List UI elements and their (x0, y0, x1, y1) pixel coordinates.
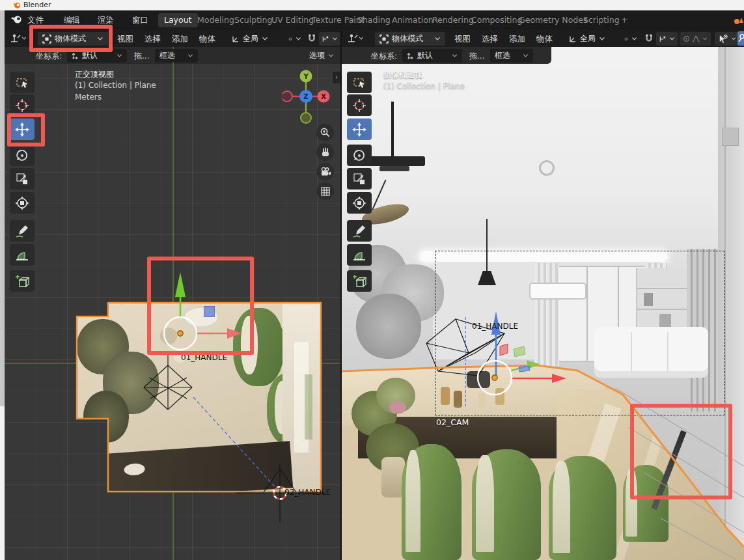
annotation-box-gizmo (147, 257, 254, 355)
select-menu[interactable]: 选择 (145, 34, 161, 45)
coord-icon (407, 52, 414, 60)
annotation-box-move-tool (7, 113, 45, 147)
tool-annotate[interactable] (347, 220, 372, 242)
drag-mode-dropdown[interactable]: 框选 (490, 49, 533, 63)
tool-measure[interactable] (10, 244, 34, 266)
zoom-tool-icon[interactable] (316, 124, 334, 141)
gizmos-dropdown[interactable] (737, 31, 744, 46)
options-label: 选项 (309, 50, 325, 61)
proportional-edit-group[interactable] (680, 32, 711, 46)
orientation-label: 全局 (243, 33, 258, 44)
tool-move[interactable] (347, 119, 372, 140)
svg-text:Z: Z (303, 93, 308, 100)
handle1-label: 01_HANDLE (472, 322, 518, 331)
object-mode-icon (379, 35, 389, 44)
blender-logo-icon (11, 14, 23, 25)
sidebar-toggle-arrow[interactable]: ‹ (333, 72, 340, 83)
snap-target-dropdown[interactable] (319, 32, 340, 46)
blender-window: Blender 文件 编辑 渲染 窗口 帮助 Layout Modeling S… (0, 0, 744, 560)
scene-icon[interactable] (733, 15, 744, 25)
mode-label: 物体模式 (392, 33, 423, 44)
view-name: 正交顶视图 (75, 69, 114, 80)
tool-transform[interactable] (347, 192, 372, 214)
os-titlebar: Blender (0, 0, 744, 11)
add-menu[interactable]: 添加 (172, 34, 188, 45)
svg-text:Y: Y (303, 73, 309, 80)
axis-x-neg-ball (282, 91, 292, 102)
pivot-icon (624, 35, 628, 44)
active-collection: (1) Collection | Plane (75, 81, 156, 90)
view-menu[interactable]: 视图 (117, 34, 133, 45)
falloff-curve-icon (692, 35, 700, 43)
object-visibility-dropdown[interactable] (715, 32, 739, 46)
tool-select-box[interactable] (347, 72, 372, 93)
orientation-setting-label: 坐标系: (371, 51, 397, 62)
tool-add-cube[interactable] (10, 270, 34, 292)
snap-increment-icon (322, 35, 329, 44)
mode-dropdown[interactable]: 物体模式 (375, 32, 445, 46)
pivot-point-dropdown[interactable] (284, 32, 306, 46)
camera-object-label: 02_CAM (436, 417, 469, 427)
orientation-icon (231, 35, 240, 43)
drag-setting-label: 拖... (469, 51, 484, 62)
snap-target-dropdown[interactable] (656, 32, 678, 46)
drag-value: 框选 (495, 50, 510, 61)
add-menu[interactable]: 添加 (509, 34, 525, 45)
snap-magnet-icon[interactable] (644, 34, 654, 44)
select-menu[interactable]: 选择 (482, 34, 498, 45)
view-menu[interactable]: 视图 (454, 34, 471, 45)
axis-navigation-gizmo[interactable]: Y X Z (282, 68, 332, 124)
tool-select-box[interactable] (10, 72, 34, 93)
tool-add-cube[interactable] (347, 270, 372, 292)
pivot-point-dropdown[interactable] (620, 32, 642, 46)
options-dropdown[interactable]: 选项 (305, 49, 338, 63)
view-name: 摄像机透视 (383, 70, 422, 81)
tool-measure[interactable] (347, 244, 372, 266)
transform-orientation-dropdown[interactable]: 全局 (227, 32, 281, 46)
drag-setting-label: 拖... (134, 51, 149, 62)
editor-type-icon[interactable] (9, 33, 26, 44)
svg-text:X: X (321, 93, 326, 100)
tool-cursor[interactable] (347, 94, 372, 116)
topbar: 文件 编辑 渲染 窗口 帮助 Layout Modeling Sculpting… (5, 10, 744, 30)
window-title: Blender (23, 1, 51, 9)
editor-type-icon[interactable] (346, 33, 363, 44)
tab-add-workspace[interactable]: + (615, 13, 633, 27)
annotation-box-plane-corner (630, 404, 732, 499)
tool-scale[interactable] (347, 168, 372, 189)
drag-value: 框选 (159, 50, 175, 61)
tool-scale[interactable] (10, 168, 34, 189)
axis-y-neg-ball (301, 113, 311, 123)
tool-rotate[interactable] (347, 145, 372, 166)
drag-mode-dropdown[interactable]: 框选 (155, 49, 198, 63)
snap-magnet-icon[interactable] (307, 34, 316, 44)
pointer-eye-icon (718, 34, 728, 44)
object-menu[interactable]: 物体 (536, 34, 553, 45)
orientation-icon (568, 35, 577, 43)
window-edge-strip (0, 10, 5, 560)
pan-hand-icon[interactable] (316, 143, 334, 161)
units-label: Meters (75, 92, 102, 102)
coord-default-dropdown[interactable]: 默认 (402, 49, 462, 63)
active-collection: (1) Collection | Plane (383, 81, 465, 91)
toggle-grid-icon[interactable] (316, 182, 334, 200)
blender-app-icon (13, 1, 21, 9)
pivot-icon (288, 35, 292, 44)
annotation-box-mode-dropdown (29, 25, 113, 52)
transform-orientation-dropdown[interactable]: 全局 (564, 32, 618, 46)
coord-value: 默认 (417, 50, 433, 61)
tool-rotate[interactable] (10, 145, 34, 166)
tool-transform[interactable] (10, 192, 34, 214)
object-menu[interactable]: 物体 (199, 34, 215, 45)
tool-annotate[interactable] (10, 220, 34, 242)
coord-icon (72, 52, 79, 60)
camera-view-icon[interactable] (316, 163, 334, 180)
proportional-edit-icon (683, 35, 690, 43)
snap-increment-icon (659, 35, 666, 44)
orientation-label: 全局 (580, 33, 596, 44)
handle2-label: 02_HANDLE (284, 488, 331, 497)
menu-window[interactable]: 窗口 (132, 15, 148, 26)
orientation-setting-label: 坐标系: (36, 51, 62, 62)
